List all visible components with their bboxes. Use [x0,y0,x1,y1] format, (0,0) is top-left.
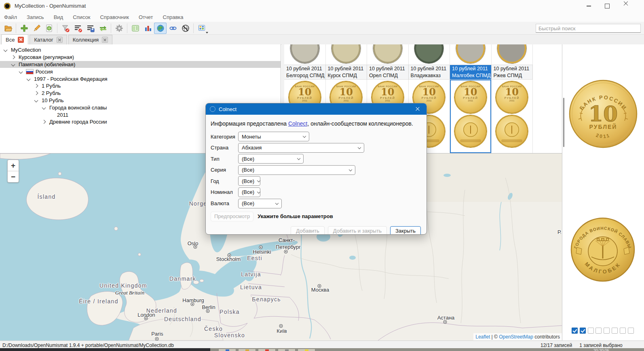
chevron-down-icon [257,179,260,182]
категория-dropdown[interactable]: Монеты [238,132,309,141]
image-slot-checkbox[interactable] [628,328,634,334]
image-slot-checkbox[interactable] [620,328,626,334]
edit-button[interactable] [30,23,43,34]
tree-item[interactable]: Россия [0,68,281,75]
taskbar-button[interactable] [258,349,276,351]
grid-cell-label[interactable]: 10 рублей 2011Ржев СПМД [492,65,533,80]
maximize-button[interactable] [598,0,617,12]
grid-cell-images[interactable]: БАНК РОССИИ10РУБЛЕЙ2011 [450,80,492,153]
filter-off-button[interactable] [59,23,72,34]
zoom-out-button[interactable]: − [8,171,19,182]
coin-reverse-image[interactable]: ГОРОДА ВОИНСКОЙ СЛАВЫ МАЛГОБЕК [570,217,635,282]
tab-close-icon[interactable] [57,37,63,43]
menu-item[interactable]: Справочник [100,14,129,20]
chevron-right-icon[interactable] [34,91,38,95]
год-dropdown[interactable]: (Все) [238,176,260,186]
номинал-dropdown[interactable]: (Все) [238,187,260,197]
tab-inactive[interactable]: Каталог [30,35,67,44]
tab-active[interactable]: Все [1,34,28,45]
search-input[interactable] [536,24,641,33]
grid-cell-label[interactable]: 10 рублей 2011Владикавказ [409,65,450,80]
settings-gear-button[interactable] [113,23,125,34]
scrollbar-thumb[interactable] [563,98,564,147]
image-slot-checkbox[interactable] [580,328,586,334]
chevron-down-icon[interactable] [11,63,15,67]
coin-obverse-image[interactable]: БАНК РОССИИ 10 РУБЛЕЙ 2011 [569,80,638,148]
chevron-down-icon[interactable] [34,99,38,103]
grid-cell-label[interactable]: 10 рублей 2011Орел СПМД [367,65,409,80]
leaflet-link[interactable]: Leaflet [475,334,490,340]
menu-item[interactable]: Список [73,14,90,20]
dialog-close-button[interactable] [408,103,427,115]
grid-cell-images[interactable]: БАНК РОССИИ10РУБЛЕЙ2011 [492,80,533,153]
taskbar-button[interactable] [298,349,315,351]
open-folder-button[interactable] [2,23,14,34]
tab-close-icon[interactable] [102,37,108,43]
chevron-down-icon[interactable] [4,48,8,52]
coin-thumbnail-partial[interactable] [409,44,450,65]
colnect-link-button[interactable] [167,23,179,34]
sort-save-button[interactable] [84,23,97,34]
tree-item[interactable]: 1 Рубль [0,82,281,90]
chevron-right-icon[interactable] [11,55,15,59]
tree-item[interactable]: Памятная (юбилейная) [0,61,281,68]
grid-cell-label[interactable]: 10 рублей 2011Малгобек СПМД [450,65,492,80]
grid-cell-label[interactable]: 10 рублей 2011Белгород СПМД [284,65,326,80]
map-globe-button[interactable] [154,23,167,34]
preview-button[interactable]: Предпросмотр [211,212,253,221]
close-button[interactable] [617,0,635,12]
тип-dropdown[interactable]: (Все) [238,154,304,164]
dialog-button[interactable]: Закрыть [390,226,421,235]
chevron-right-icon[interactable] [34,84,38,88]
menu-item[interactable]: Запись [27,14,44,20]
taskbar-button[interactable] [278,349,296,351]
grid-cell-label[interactable]: 10 рублей 2011Курск СПМД [326,65,367,80]
tree-item-label: Россия [36,69,53,75]
menu-item[interactable]: Справка [163,14,184,20]
colnect-link[interactable]: Colnect [288,120,307,127]
exchange-button[interactable] [97,23,109,34]
tree-item-label: Курсовая (регулярная) [19,54,74,60]
image-slot-checkbox[interactable] [588,328,594,334]
coin-thumbnail-partial[interactable] [492,44,533,65]
details-panel-button[interactable] [129,23,141,34]
coin-thumbnail-partial[interactable] [284,44,326,65]
image-slot-checkbox[interactable] [612,328,618,334]
серия-dropdown[interactable]: (Все) [238,165,355,175]
map-label: Česko [204,326,223,332]
taskbar-button[interactable] [238,349,256,351]
osm-link[interactable]: OpenStreetMap [499,334,533,340]
map-city-marker-icon [259,246,263,249]
chevron-down-icon[interactable] [19,69,23,74]
image-slot-checkbox[interactable] [572,328,578,334]
image-slot-checkbox[interactable] [595,328,602,334]
tree-item[interactable]: MyCollection [0,46,281,54]
zoom-in-button[interactable]: + [8,160,19,171]
image-slot-checkbox[interactable] [604,328,610,334]
minimize-button[interactable] [579,0,598,12]
tree-item[interactable]: Курсовая (регулярная) [0,54,281,61]
tab-inactive[interactable]: Коллекция [68,35,112,44]
taskbar-button[interactable] [218,349,236,351]
coin-thumbnail-partial[interactable] [450,44,492,65]
menu-item[interactable]: Файл [4,14,17,20]
close-icon [623,3,629,9]
tree-item[interactable]: 2 Рубль [0,90,281,97]
tab-close-icon[interactable] [18,37,24,43]
coin-thumbnail-partial[interactable] [326,44,367,65]
coin-thumbnail-partial[interactable] [367,44,409,65]
menu-item[interactable]: Отчет [139,14,153,20]
валюта-dropdown[interactable]: (Все) [238,199,282,208]
chevron-down-icon[interactable] [42,105,46,109]
add-button[interactable] [18,23,30,34]
tree-item[interactable]: 1997 - Российская Федерация [0,75,281,82]
страна-dropdown[interactable]: Абхазия [238,143,364,153]
chevron-down-icon[interactable] [27,77,31,81]
image-page-button[interactable] [43,23,55,34]
menu-item[interactable]: Вид [54,14,63,20]
table-customize-button[interactable] [195,23,208,34]
offline-globe-button[interactable] [179,23,192,34]
sort-off-button[interactable] [72,23,84,34]
statistics-chart-button[interactable] [141,23,154,34]
chevron-right-icon[interactable] [42,120,46,124]
